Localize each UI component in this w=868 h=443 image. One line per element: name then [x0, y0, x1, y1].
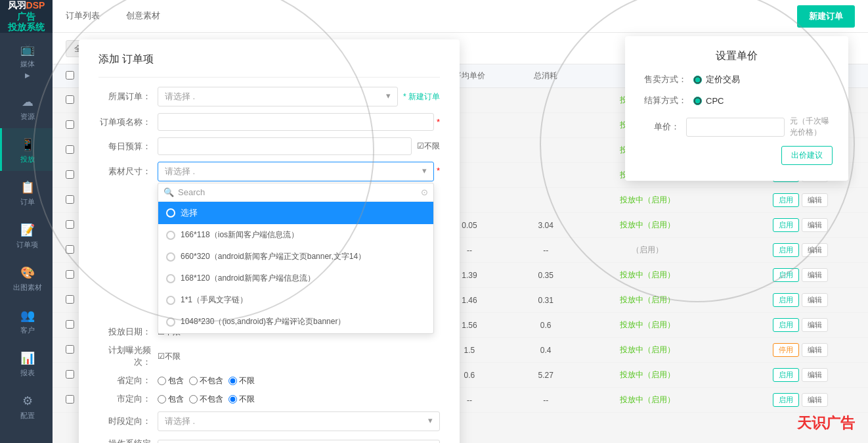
sidebar-item-config[interactable]: ⚙ 配置: [0, 385, 53, 427]
edit-btn[interactable]: 编辑: [802, 343, 828, 357]
enable-btn[interactable]: 启用: [773, 293, 799, 307]
row-checkbox[interactable]: [66, 220, 74, 229]
edit-btn[interactable]: 编辑: [802, 268, 828, 282]
row-checkbox[interactable]: [66, 245, 74, 254]
dropdown-search-input[interactable]: [178, 187, 417, 197]
enable-btn[interactable]: 启用: [773, 368, 799, 382]
radio-empty-icon: [166, 274, 175, 283]
enable-btn[interactable]: 启用: [773, 218, 799, 232]
dropdown-item-selected[interactable]: 选择: [158, 202, 433, 224]
select-all-checkbox[interactable]: [66, 71, 74, 80]
app-icon: 📱: [20, 137, 35, 152]
row-checkbox[interactable]: [66, 195, 74, 204]
suggest-button[interactable]: 出价建议: [781, 146, 833, 165]
dropdown-item[interactable]: 1048*230（(ios,android)客户端评论页banner）: [158, 311, 433, 333]
required-star2: *: [437, 162, 440, 175]
row-checkbox[interactable]: [66, 395, 74, 404]
edit-btn[interactable]: 编辑: [802, 318, 828, 332]
order-item-name-input[interactable]: [158, 113, 434, 131]
sidebar-item-materials[interactable]: 🎨 出图素材: [0, 256, 53, 299]
form-row-geo-province: 省定向： 包含 不包含 不限: [98, 375, 440, 386]
status-badge: 投放中（启用）: [620, 220, 675, 229]
dropdown-item[interactable]: 698*340（ios新闻客户端正文页banner,文字14）: [158, 333, 433, 333]
edit-btn[interactable]: 编辑: [802, 218, 828, 232]
material-size-placeholder: 请选择 .: [165, 166, 195, 177]
sidebar-item-resources[interactable]: ☁ 资源: [0, 85, 53, 128]
tab-creative[interactable]: 创意素材: [113, 0, 173, 32]
geo-province-unlimited[interactable]: 不限: [228, 375, 255, 386]
label-material-size: 素材尺寸：: [98, 162, 158, 177]
row-checkbox[interactable]: [66, 120, 74, 129]
sidebar-logo: 风羽DSP广告投放系统: [0, 0, 53, 33]
sidebar-item-media[interactable]: 📺 媒体 ▶: [0, 33, 53, 85]
material-size-trigger[interactable]: 请选择 . ▾: [158, 162, 434, 181]
sidebar-label-config: 配置: [20, 411, 35, 421]
time-targeting-select[interactable]: 请选择 . ▾: [158, 411, 440, 431]
sidebar-item-order-items[interactable]: 📝 订单项: [0, 214, 53, 256]
status-badge: 投放中（启用）: [620, 320, 675, 329]
dropdown-item-label: 166*118（ios新闻客户端信息流）: [181, 229, 299, 241]
settle-radio[interactable]: [693, 97, 702, 105]
label-os-targeting: 操作系统定向：: [98, 438, 158, 443]
page-tabs: 订单列表 创意素材: [53, 0, 173, 32]
sidebar-label-order-items: 订单项: [16, 240, 38, 250]
dropdown-item[interactable]: 1*1（手凤文字链）: [158, 289, 433, 311]
enable-btn[interactable]: 启用: [773, 243, 799, 257]
geo-city-include[interactable]: 包含: [158, 394, 184, 405]
dropdown-item[interactable]: 166*118（ios新闻客户端信息流）: [158, 224, 433, 246]
chevron-down-icon: ▾: [428, 415, 433, 427]
row-checkbox[interactable]: [66, 95, 74, 104]
row-checkbox[interactable]: [66, 270, 74, 279]
row-checkbox[interactable]: [66, 370, 74, 379]
os-targeting-select[interactable]: 请选择 . ▾: [158, 440, 440, 443]
row-checkbox[interactable]: [66, 320, 74, 329]
geo-province-include[interactable]: 包含: [158, 375, 184, 386]
unit-price-input-area: 元（千次曝光价格）: [686, 116, 833, 138]
row-checkbox[interactable]: [66, 345, 74, 354]
row-checkbox[interactable]: [66, 295, 74, 304]
radio-empty-icon: [166, 296, 175, 305]
edit-btn[interactable]: 编辑: [802, 193, 828, 207]
os-targeting-wrapper: 请选择 . ▾: [158, 440, 440, 443]
unit-price-input[interactable]: [686, 118, 785, 137]
order-select-trigger[interactable]: 请选择 . ▾: [158, 87, 398, 106]
sell-method-radio[interactable]: [693, 76, 702, 84]
sidebar-item-customers[interactable]: 👥 客户: [0, 299, 53, 342]
edit-btn[interactable]: 编辑: [802, 368, 828, 382]
edit-btn[interactable]: 编辑: [802, 293, 828, 307]
tab-creative-label: 创意素材: [126, 10, 160, 22]
geo-city-exclude[interactable]: 不包含: [189, 394, 223, 405]
sidebar-item-reports[interactable]: 📊 报表: [0, 342, 53, 385]
time-targeting-placeholder: 请选择 .: [165, 415, 195, 427]
app-container: 风羽DSP广告投放系统 📺 媒体 ▶ ☁ 资源 📱 投放 📋 订单 📝: [0, 0, 868, 443]
dropdown-list: 选择 166*118（ios新闻客户端信息流） 660*320（android新…: [158, 202, 433, 333]
dropdown-item-label: 168*120（android新闻客户端信息流）: [181, 273, 315, 284]
enable-btn[interactable]: 启用: [773, 268, 799, 282]
create-order-button[interactable]: 新建订单: [797, 5, 855, 28]
row-checkbox[interactable]: [66, 170, 74, 179]
label-budget: 每日预算：: [98, 141, 158, 152]
dropdown-item[interactable]: 168*120（android新闻客户端信息流）: [158, 268, 433, 289]
edit-btn[interactable]: 编辑: [802, 393, 828, 407]
form-modal-title: 添加 订单项: [98, 53, 440, 66]
daily-budget-input[interactable]: [158, 137, 412, 155]
geo-province-exclude[interactable]: 不包含: [189, 375, 223, 386]
enable-btn[interactable]: 启用: [773, 393, 799, 407]
edit-btn[interactable]: 编辑: [802, 243, 828, 257]
status-badge: 投放中（启用）: [620, 395, 675, 404]
dropdown-item[interactable]: 660*320（android新闻客户端正文页banner,文字14）: [158, 246, 433, 268]
tab-order-list[interactable]: 订单列表: [53, 0, 113, 32]
row-checkbox[interactable]: [66, 145, 74, 154]
clear-search-icon[interactable]: ⊙: [421, 187, 428, 197]
enable-btn[interactable]: 启用: [773, 318, 799, 332]
status-badge: 投放中（启用）: [620, 345, 675, 354]
sidebar-item-app[interactable]: 📱 投放: [0, 128, 53, 171]
new-order-link[interactable]: * 新建订单: [403, 91, 440, 103]
geo-city-unlimited[interactable]: 不限: [228, 394, 255, 405]
nav-items: 📺 媒体 ▶ ☁ 资源 📱 投放 📋 订单 📝 订单项 🎨: [0, 33, 53, 427]
enable-btn[interactable]: 启用: [773, 193, 799, 207]
sidebar-item-orders[interactable]: 📋 订单: [0, 171, 53, 214]
logo-dsp: DSP: [26, 0, 45, 11]
stop-btn[interactable]: 停用: [773, 343, 799, 357]
geo-province-options: 包含 不包含 不限: [158, 375, 440, 386]
